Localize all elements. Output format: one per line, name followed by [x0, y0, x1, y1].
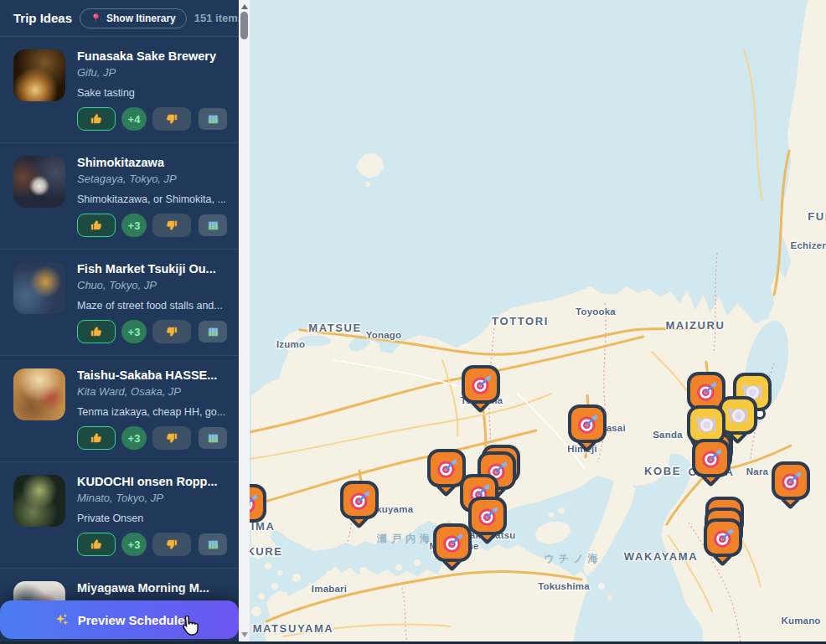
thumbs-up-button[interactable]: [77, 107, 116, 131]
page-title: Trip Ideas: [13, 11, 72, 25]
dart-target-icon: [695, 380, 718, 403]
place-location: Setagaya, Tokyo, JP: [77, 173, 227, 185]
place-title: Funasaka Sake Brewery: [77, 49, 227, 63]
sparkles-icon: [54, 612, 70, 627]
map-city-label: Kumano: [781, 616, 820, 626]
marker-card: [340, 481, 379, 519]
map-city-label: MAIZURU: [665, 319, 725, 332]
show-itinerary-button[interactable]: Show Itinerary: [80, 8, 187, 28]
map-city-label: Imabari: [312, 584, 347, 594]
marker-card: [250, 484, 266, 523]
thumbs-up-button[interactable]: [77, 320, 116, 343]
thumbs-down-icon: [165, 431, 178, 445]
place-title: Taishu-Sakaba HASSE...: [77, 368, 227, 382]
thumbs-down-button[interactable]: [152, 320, 191, 343]
map-marker-activity[interactable]: [462, 365, 500, 404]
map-marker-activity[interactable]: [340, 481, 379, 519]
dart-target-icon: [712, 527, 735, 549]
thumbs-up-icon: [90, 112, 103, 126]
place-location: Minato, Tokyo, JP: [77, 492, 227, 504]
place-description: Maze of street food stalls and...: [77, 300, 227, 312]
thumbs-up-button[interactable]: [77, 426, 116, 450]
marker-card: [568, 404, 607, 443]
map-marker-activity[interactable]: [568, 404, 607, 443]
map-marker-activity[interactable]: [692, 439, 730, 477]
sidebar-scrollbar[interactable]: [239, 0, 250, 644]
trip-ideas-sidebar: Trip Ideas Show Itinerary 151 items Funa…: [0, 0, 239, 644]
dart-target-icon: [470, 374, 493, 396]
marker-card: [704, 518, 742, 557]
place-location: Kita Ward, Osaka, JP: [77, 385, 227, 398]
show-on-map-button[interactable]: [199, 321, 227, 343]
dart-target-icon: [441, 532, 464, 554]
place-description: Private Onsen: [77, 513, 227, 524]
thumbs-down-button[interactable]: [152, 214, 191, 237]
dart-target-icon: [700, 447, 723, 470]
trip-idea-card[interactable]: Shimokitazawa Setagaya, Tokyo, JP Shimok…: [0, 143, 239, 250]
thumbs-up-button[interactable]: [77, 214, 116, 237]
map-city-label: Toyooka: [576, 307, 616, 317]
show-on-map-button[interactable]: [199, 108, 227, 130]
sidebar-header: Trip Ideas Show Itinerary 151 items: [0, 0, 239, 37]
thumbs-down-icon: [165, 112, 178, 126]
trip-idea-card[interactable]: Fish Market Tsukiji Ou... Chuo, Tokyo, J…: [0, 250, 239, 356]
scroll-up-arrow-icon[interactable]: [241, 4, 248, 9]
dart-target-icon: [436, 457, 458, 480]
show-on-map-button[interactable]: [199, 427, 227, 449]
map-city-label: TOTTORI: [492, 315, 549, 327]
trip-idea-card[interactable]: KUDOCHI onsen Ropp... Minato, Tokyo, JP …: [0, 462, 239, 569]
marker-card: [468, 497, 507, 535]
items-count: 151 items: [194, 12, 239, 24]
dart-target-icon: [348, 489, 371, 512]
map-city-label: Yonago: [366, 330, 402, 340]
place-location: Gifu, JP: [77, 66, 227, 79]
thumbs-up-icon: [90, 431, 103, 445]
thumbs-up-icon: [90, 325, 103, 338]
scrollbar-thumb[interactable]: [240, 12, 248, 39]
dart-target-icon: [250, 492, 259, 515]
dart-target-icon: [780, 470, 803, 492]
framed-map-icon: [207, 432, 219, 445]
thumbs-down-button[interactable]: [152, 426, 191, 450]
show-on-map-button[interactable]: [199, 533, 227, 555]
marker-card: [692, 439, 730, 477]
preview-schedule-button[interactable]: Preview Schedule: [0, 600, 239, 639]
thumbs-down-icon: [165, 538, 178, 551]
map-marker-activity[interactable]: [250, 484, 266, 523]
dart-target-icon: [477, 505, 499, 528]
map-city-label: WAKAYAMA: [624, 550, 698, 563]
map-water-label: 瀬戸内海: [377, 532, 434, 546]
map-marker-activity[interactable]: [772, 461, 810, 500]
trip-idea-card[interactable]: Funasaka Sake Brewery Gifu, JP Sake tast…: [0, 37, 239, 143]
map-marker-activity[interactable]: [704, 518, 742, 557]
framed-map-icon: [207, 326, 219, 338]
vote-count-badge: +3: [121, 320, 147, 343]
map-city-label: Sanda: [653, 430, 683, 440]
marker-card: [772, 461, 810, 500]
map-water-label: ウチノ海: [545, 552, 602, 566]
thumbs-down-button[interactable]: [152, 107, 191, 131]
map-city-label: MATSUYAMA: [253, 622, 334, 635]
thumbs-down-button[interactable]: [152, 533, 191, 556]
scroll-down-arrow-icon[interactable]: [241, 632, 248, 637]
framed-map-icon: [207, 538, 219, 551]
vote-count-badge: +3: [121, 214, 147, 237]
thumbs-up-button[interactable]: [77, 533, 116, 556]
place-photo: [13, 262, 65, 314]
place-title: Shimokitazawa: [77, 156, 227, 169]
vote-count-badge: +4: [121, 107, 147, 131]
place-title: Miyagawa Morning M...: [77, 581, 227, 595]
show-itinerary-label: Show Itinerary: [106, 13, 176, 24]
place-location: Chuo, Tokyo, JP: [77, 279, 227, 291]
map-city-label: FUKUI: [808, 210, 826, 223]
place-photo: [13, 368, 65, 420]
map-marker-activity[interactable]: [433, 523, 472, 562]
fork-knife-plate-icon: [727, 404, 750, 427]
map-city-label: Echizen: [791, 240, 826, 250]
map-marker-activity[interactable]: [468, 497, 507, 535]
show-on-map-button[interactable]: [199, 214, 227, 236]
place-photo: [13, 156, 65, 208]
map-city-label: KURE: [250, 545, 283, 558]
trip-idea-card[interactable]: Taishu-Sakaba HASSE... Kita Ward, Osaka,…: [0, 356, 239, 462]
trip-map[interactable]: MATSUETOTTORIMAIZURUKOBEOSAKAWAKAYAMAMAT…: [250, 0, 826, 644]
